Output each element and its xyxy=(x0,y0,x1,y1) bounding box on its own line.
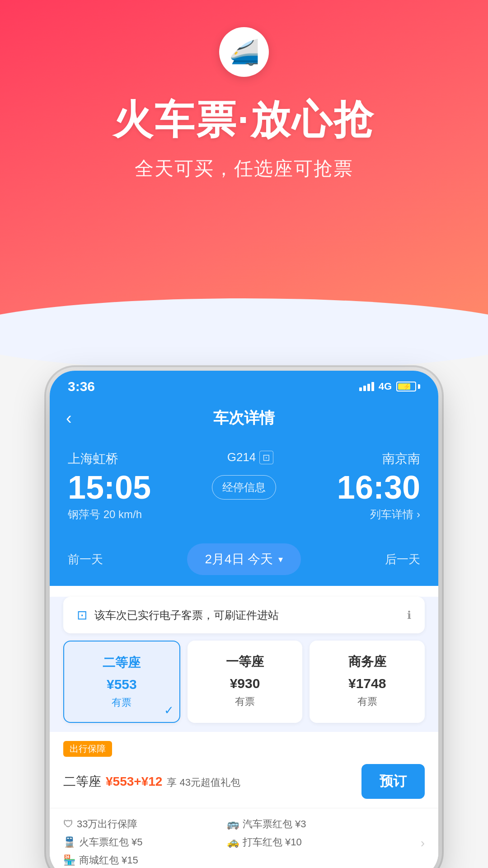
date-picker[interactable]: 2月4日 今天 ▾ xyxy=(187,543,301,575)
seat-type-label: 二等座 xyxy=(73,654,170,671)
train-info: 上海虹桥 G214 ⊡ 南京南 15:05 经停信息 16:30 钢萍号 20 … xyxy=(50,441,438,535)
hero-title: 火车票·放心抢 xyxy=(113,93,375,147)
status-time: 3:36 xyxy=(68,379,95,394)
seat-type-label: 一等座 xyxy=(197,653,294,670)
train-detail-link[interactable]: 列车详情 › xyxy=(370,507,420,522)
benefit-label: 汽车票红包 ¥3 xyxy=(243,817,306,831)
benefit-label: 商城红包 ¥15 xyxy=(79,854,138,867)
arrival-station: 南京南 xyxy=(382,450,420,467)
back-button[interactable]: ‹ xyxy=(66,409,72,428)
seat-card-second-class[interactable]: 二等座 ¥553 有票 ✓ xyxy=(63,641,180,723)
booking-row: 二等座 ¥553+¥12 享 43元超值礼包 预订 xyxy=(63,764,425,799)
train-icon: 🚆 xyxy=(63,836,75,848)
train-logo-icon: 🚄 xyxy=(229,38,259,66)
scan-icon: ⊡ xyxy=(77,608,87,623)
seat-availability: 有票 xyxy=(73,696,170,709)
bus-icon: 🚌 xyxy=(227,818,239,830)
train-id-box: ⊡ xyxy=(259,451,273,464)
seat-type-label: 商务座 xyxy=(319,653,416,670)
benefit-shop-coupon: 🏪 商城红包 ¥15 xyxy=(63,854,222,867)
phone-mockup-container: 3:36 4G ⚡ ‹ xyxy=(50,371,438,868)
date-selector: 前一天 2月4日 今天 ▾ 后一天 xyxy=(50,535,438,586)
seat-availability: 有票 xyxy=(319,695,416,708)
seat-availability: 有票 xyxy=(197,695,294,708)
book-button[interactable]: 预订 xyxy=(361,764,425,799)
taxi-icon: 🚕 xyxy=(227,836,239,848)
chevron-right-icon: › xyxy=(421,836,425,850)
page-title: 车次详情 xyxy=(213,408,275,429)
departure-time: 15:05 xyxy=(68,471,151,504)
booking-info: 二等座 ¥553+¥12 享 43元超值礼包 xyxy=(63,773,240,790)
info-icon: ℹ xyxy=(407,609,411,622)
benefit-bus-coupon: 🚌 汽车票红包 ¥3 xyxy=(227,817,386,831)
guarantee-badge: 出行保障 xyxy=(63,741,112,757)
app-header: ‹ 车次详情 xyxy=(50,399,438,441)
benefit-train-coupon: 🚆 火车票红包 ¥5 xyxy=(63,835,222,849)
signal-icon xyxy=(359,382,374,391)
seat-card-business-class[interactable]: 商务座 ¥1748 有票 xyxy=(310,641,425,723)
seat-price: ¥930 xyxy=(197,676,294,691)
benefit-label: 打车红包 ¥10 xyxy=(243,835,302,849)
sub-info-row: 钢萍号 20 km/h 列车详情 › xyxy=(68,507,420,522)
hero-subtitle: 全天可买，任选座可抢票 xyxy=(135,156,353,181)
seat-price: ¥553 xyxy=(73,677,170,692)
train-number: G214 ⊡ xyxy=(227,450,274,464)
selected-checkmark-icon: ✓ xyxy=(164,703,174,717)
prev-day-button[interactable]: 前一天 xyxy=(68,552,103,567)
booking-price: ¥553+¥12 xyxy=(106,774,162,789)
route-row: 上海虹桥 G214 ⊡ 南京南 xyxy=(68,450,420,467)
seat-card-first-class[interactable]: 一等座 ¥930 有票 xyxy=(188,641,303,723)
times-row: 15:05 经停信息 16:30 xyxy=(68,471,420,504)
booking-class-label: 二等座 xyxy=(63,773,101,790)
shield-icon: 🛡 xyxy=(63,818,73,830)
benefits-row: 🛡 33万出行保障 🚌 汽车票红包 ¥3 🚆 火车票红包 ¥5 🚕 打车红包 ¥… xyxy=(50,808,438,868)
shop-icon: 🏪 xyxy=(63,854,75,866)
benefit-label: 火车票红包 ¥5 xyxy=(79,835,143,849)
network-label: 4G xyxy=(379,381,392,392)
speed-info: 钢萍号 20 km/h xyxy=(68,507,142,522)
benefit-taxi-coupon: 🚕 打车红包 ¥10 xyxy=(227,835,386,849)
notice-text: 该车次已实行电子客票，可刷证件进站 xyxy=(94,608,400,623)
booking-description: 享 43元超值礼包 xyxy=(167,776,240,789)
benefit-label: 33万出行保障 xyxy=(77,817,137,831)
next-day-button[interactable]: 后一天 xyxy=(385,552,420,567)
phone-mockup: 3:36 4G ⚡ ‹ xyxy=(50,371,438,868)
hero-section: 🚄 火车票·放心抢 全天可买，任选座可抢票 xyxy=(0,0,488,344)
logo-circle: 🚄 xyxy=(219,27,269,77)
battery-icon: ⚡ xyxy=(396,382,420,392)
current-date: 2月4日 今天 xyxy=(205,551,273,568)
status-bar: 3:36 4G ⚡ xyxy=(50,371,438,399)
seat-price: ¥1748 xyxy=(319,676,416,691)
dropdown-arrow-icon: ▾ xyxy=(278,554,283,565)
departure-station: 上海虹桥 xyxy=(68,450,118,467)
content-area: ⊡ 该车次已实行电子客票，可刷证件进站 ℹ 二等座 ¥553 有票 ✓ 一等座 … xyxy=(50,597,438,868)
status-icons: 4G ⚡ xyxy=(359,381,420,392)
notice-bar: ⊡ 该车次已实行电子客票，可刷证件进站 ℹ xyxy=(63,597,425,633)
arrival-time: 16:30 xyxy=(337,471,420,504)
booking-area: 出行保障 二等座 ¥553+¥12 享 43元超值礼包 预订 xyxy=(50,732,438,808)
benefit-travel-insurance: 🛡 33万出行保障 xyxy=(63,817,222,831)
stop-info-button[interactable]: 经停信息 xyxy=(212,475,276,500)
seat-options: 二等座 ¥553 有票 ✓ 一等座 ¥930 有票 商务座 ¥1748 有票 xyxy=(63,641,425,723)
